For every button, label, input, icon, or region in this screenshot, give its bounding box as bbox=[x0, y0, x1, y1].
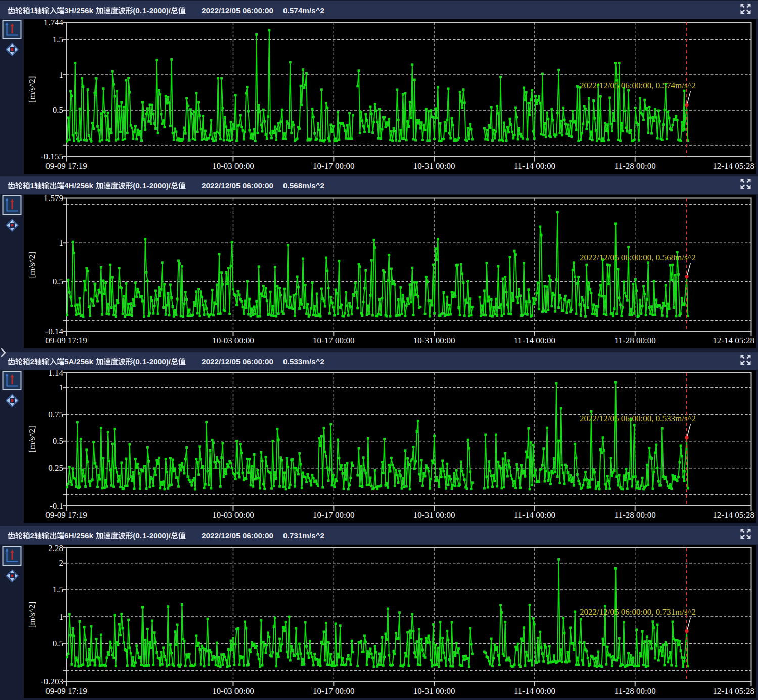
svg-text:2022/12/05 06:00:00: 2022/12/05 06:00:00 bbox=[202, 357, 273, 366]
svg-text:0.5: 0.5 bbox=[53, 105, 63, 115]
svg-text:0.75: 0.75 bbox=[48, 410, 63, 419]
svg-text:11-14 00:00: 11-14 00:00 bbox=[514, 161, 555, 171]
svg-text:2: 2 bbox=[30, 531, 34, 540]
svg-text:2022/12/05 06:00:00, 0.533m/s^: 2022/12/05 06:00:00, 0.533m/s^2 bbox=[580, 414, 696, 423]
svg-text:11-28 00:00: 11-28 00:00 bbox=[614, 161, 656, 171]
svg-text:11-14 00:00: 11-14 00:00 bbox=[514, 336, 555, 345]
svg-text:09-09 17:19: 09-09 17:19 bbox=[45, 510, 87, 520]
svg-text:1: 1 bbox=[30, 6, 34, 15]
svg-text:0.731m/s^2: 0.731m/s^2 bbox=[283, 531, 324, 540]
svg-text:3H/256k: 3H/256k bbox=[64, 6, 96, 15]
svg-text:11-28 00:00: 11-28 00:00 bbox=[614, 686, 656, 696]
svg-text:10-31 00:00: 10-31 00:00 bbox=[413, 336, 455, 345]
svg-text:10-17 00:00: 10-17 00:00 bbox=[313, 161, 355, 171]
svg-text:0.574m/s^2: 0.574m/s^2 bbox=[283, 6, 324, 15]
svg-text:(0.1-2000)/: (0.1-2000)/ bbox=[133, 6, 171, 15]
svg-text:12-14 05:28: 12-14 05:28 bbox=[713, 161, 754, 171]
svg-text:2022/12/05 06:00:00: 2022/12/05 06:00:00 bbox=[202, 6, 273, 15]
svg-text:1: 1 bbox=[59, 612, 64, 622]
svg-text:09-09 17:19: 09-09 17:19 bbox=[45, 686, 87, 696]
svg-text:[m/s^2]: [m/s^2] bbox=[27, 426, 37, 452]
svg-text:2.28: 2.28 bbox=[48, 543, 63, 553]
svg-text:5A/256k: 5A/256k bbox=[64, 357, 96, 366]
svg-text:10-17 00:00: 10-17 00:00 bbox=[313, 510, 355, 520]
svg-text:6H/256k: 6H/256k bbox=[64, 531, 96, 540]
svg-text:10-17 00:00: 10-17 00:00 bbox=[313, 336, 355, 345]
svg-text:12-14 05:28: 12-14 05:28 bbox=[713, 336, 754, 345]
svg-text:0.5: 0.5 bbox=[53, 277, 63, 286]
svg-text:10-31 00:00: 10-31 00:00 bbox=[413, 510, 455, 520]
svg-text:0.533m/s^2: 0.533m/s^2 bbox=[283, 357, 324, 366]
svg-text:-0.155: -0.155 bbox=[41, 152, 63, 161]
svg-text:[m/s^2]: [m/s^2] bbox=[27, 602, 37, 628]
svg-text:11-14 00:00: 11-14 00:00 bbox=[514, 686, 555, 696]
svg-text:1: 1 bbox=[30, 181, 34, 190]
svg-text:2: 2 bbox=[59, 558, 64, 568]
svg-text:1.14: 1.14 bbox=[48, 368, 63, 378]
svg-text:11-28 00:00: 11-28 00:00 bbox=[614, 336, 656, 345]
svg-text:-0.14: -0.14 bbox=[45, 327, 64, 336]
svg-text:11-28 00:00: 11-28 00:00 bbox=[614, 510, 656, 520]
svg-text:1.744: 1.744 bbox=[44, 18, 64, 27]
svg-text:0.568m/s^2: 0.568m/s^2 bbox=[283, 181, 324, 190]
svg-text:10-17 00:00: 10-17 00:00 bbox=[313, 686, 355, 696]
svg-text:2022/12/05 06:00:00, 0.568m/s^: 2022/12/05 06:00:00, 0.568m/s^2 bbox=[580, 253, 696, 262]
svg-text:(0.1-2000)/: (0.1-2000)/ bbox=[133, 181, 171, 190]
svg-text:2022/12/05 06:00:00: 2022/12/05 06:00:00 bbox=[202, 181, 273, 190]
svg-text:2022/12/05 06:00:00, 0.731m/s^: 2022/12/05 06:00:00, 0.731m/s^2 bbox=[580, 607, 696, 617]
svg-text:1.5: 1.5 bbox=[53, 585, 63, 594]
svg-text:0.5: 0.5 bbox=[53, 436, 63, 446]
svg-text:1: 1 bbox=[59, 70, 64, 80]
svg-text:1: 1 bbox=[59, 238, 64, 248]
svg-text:1.5: 1.5 bbox=[53, 35, 63, 44]
svg-text:-0.203: -0.203 bbox=[41, 677, 63, 686]
svg-text:10-31 00:00: 10-31 00:00 bbox=[413, 686, 455, 696]
svg-text:[m/s^2]: [m/s^2] bbox=[27, 252, 37, 278]
svg-text:1: 1 bbox=[59, 383, 64, 392]
svg-text:09-09 17:19: 09-09 17:19 bbox=[45, 161, 87, 171]
svg-text:(0.1-2000)/: (0.1-2000)/ bbox=[133, 531, 171, 540]
svg-text:10-03 00:00: 10-03 00:00 bbox=[212, 510, 254, 520]
svg-text:2: 2 bbox=[30, 357, 34, 366]
svg-text:10-31 00:00: 10-31 00:00 bbox=[413, 161, 455, 171]
svg-text:1.579: 1.579 bbox=[44, 193, 63, 203]
svg-text:10-03 00:00: 10-03 00:00 bbox=[212, 161, 254, 171]
svg-text:10-03 00:00: 10-03 00:00 bbox=[212, 686, 254, 696]
svg-text:-0.1: -0.1 bbox=[50, 501, 63, 511]
svg-text:09-09 17:19: 09-09 17:19 bbox=[45, 336, 87, 345]
svg-text:4H/256k: 4H/256k bbox=[64, 181, 96, 190]
svg-text:10-03 00:00: 10-03 00:00 bbox=[212, 336, 254, 345]
svg-text:0.25: 0.25 bbox=[48, 463, 63, 473]
svg-text:11-14 00:00: 11-14 00:00 bbox=[514, 510, 555, 520]
svg-text:(0.1-2000)/: (0.1-2000)/ bbox=[133, 357, 171, 366]
svg-text:2022/12/05 06:00:00, 0.574m/s^: 2022/12/05 06:00:00, 0.574m/s^2 bbox=[580, 81, 696, 90]
svg-text:12-14 05:28: 12-14 05:28 bbox=[713, 686, 754, 696]
svg-text:0.5: 0.5 bbox=[53, 639, 63, 648]
svg-text:[m/s^2]: [m/s^2] bbox=[27, 76, 37, 103]
svg-text:2022/12/05 06:00:00: 2022/12/05 06:00:00 bbox=[202, 531, 273, 540]
svg-text:12-14 05:28: 12-14 05:28 bbox=[713, 510, 754, 520]
